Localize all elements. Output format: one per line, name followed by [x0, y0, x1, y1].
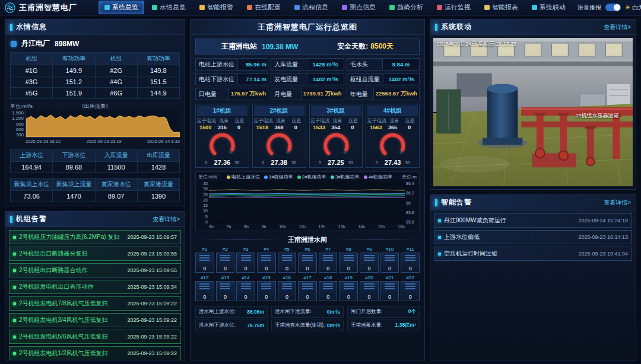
stat-cell: 电站上游水位 85.96 m	[195, 58, 268, 71]
unit-alarm-row[interactable]: 2号机组发电机3/4风机气压低复归 2025-09-23 15:09:22	[9, 313, 181, 327]
spill-gate[interactable]: #14 0	[236, 275, 255, 301]
table-cell: 164.94	[11, 162, 53, 173]
nav-item[interactable]: 流程信息	[288, 1, 334, 14]
unit-alarm-row[interactable]: 2号机组出口断路器分复归 2025-09-23 15:09:55	[9, 247, 181, 261]
alarm-bullet-icon	[13, 286, 16, 289]
legend-item[interactable]: 2#机组功率	[297, 174, 326, 180]
y-tick: 5	[205, 215, 208, 219]
stat-label: 电站下游水位	[196, 75, 237, 84]
unit-metric-labels: 定子电流 流量 压差	[367, 116, 418, 124]
main-nav: 系统总览 水情总览 智能报警 在线配置 流程信息	[99, 1, 572, 14]
spill-gate[interactable]: #3 0	[236, 247, 255, 273]
gate-box: 0	[360, 253, 379, 273]
spill-gate[interactable]: #9 0	[360, 247, 379, 273]
spill-gate[interactable]: #6 0	[298, 247, 317, 273]
power-line-plot	[209, 181, 405, 224]
spill-gate[interactable]: #8 0	[339, 247, 358, 273]
plant-icon	[11, 41, 17, 47]
unit-card[interactable]: 4#机组 定子电流 流量 压差 1563 365 0	[366, 104, 420, 168]
system-linkage-more-link[interactable]: 查看详情>	[604, 23, 631, 31]
spill-gate[interactable]: #7 0	[319, 247, 338, 273]
spill-gate[interactable]: #4 0	[257, 247, 276, 273]
spill-gate[interactable]: #15 0	[257, 275, 276, 301]
spill-gate[interactable]: #1 0	[195, 247, 214, 273]
alarm-bullet-icon	[13, 336, 16, 339]
nav-item[interactable]: 系统联动	[526, 1, 572, 14]
unit-alarm-row[interactable]: 2号机组发电机5/6风机气压低复归 2025-09-23 15:09:22	[9, 330, 181, 344]
legend-item[interactable]: 4#机组功率	[364, 174, 393, 180]
nav-item[interactable]: 智能报表	[478, 1, 524, 14]
spill-gate[interactable]: #19 0	[339, 275, 358, 301]
gate-id: #14	[242, 275, 249, 280]
smart-alert-row[interactable]: 空压机运行时间过短 2025-09-23 10:41:04	[434, 247, 632, 261]
header-notch	[435, 24, 437, 31]
flow-value: 368	[271, 124, 287, 131]
camera-view[interactable]: 2025年09月24日 星期三 16:13:25 1#机组水压器油箱	[433, 37, 633, 187]
nav-item[interactable]: 测点信息	[336, 1, 382, 14]
pressure-diff-value: 0	[231, 124, 247, 131]
y-tick: 1,500	[12, 110, 24, 116]
unit-alarm-row[interactable]: 2号机组发电机1/2风机气压低复归 2025-09-23 15:09:22	[9, 346, 181, 360]
smart-alerts-more-link[interactable]: 查看详情>	[604, 199, 631, 207]
spill-gate[interactable]: #18 0	[319, 275, 338, 301]
flow-value: 365	[385, 124, 401, 131]
unit-card[interactable]: 1#机组 定子电流 流量 压差 1500 315 0	[195, 104, 249, 168]
spill-gate[interactable]: #11 0	[401, 247, 420, 273]
stat-value: 1739.01 万kwh	[301, 88, 344, 100]
stator-current-label: 定子电流	[311, 116, 330, 124]
spill-gate[interactable]: #13 0	[216, 275, 235, 301]
spill-gate[interactable]: #21 0	[380, 275, 399, 301]
nav-item[interactable]: 趋势分析	[383, 1, 429, 14]
spill-gate[interactable]: #16 0	[278, 275, 297, 301]
table-cell: #6G	[95, 88, 137, 99]
gate-opening-value: 0	[326, 266, 329, 272]
nav-item[interactable]: 水情总览	[146, 1, 192, 14]
alarm-time: 2025-09-23 15:09:22	[127, 350, 177, 356]
gate-icon	[199, 255, 210, 261]
legend-item[interactable]: 电站上游水位	[227, 174, 260, 180]
nav-item[interactable]: 智能报警	[193, 1, 239, 14]
spill-gate[interactable]: #10 0	[380, 247, 399, 273]
spill-stat: 王甫洲弃水流量(集团): 0m³/s	[271, 320, 344, 331]
unit-alarm-row[interactable]: 2号机组发电机7/8风机气压低复归 2025-09-23 15:09:22	[9, 296, 181, 311]
smart-alert-row[interactable]: 丹江900MW减负荷运行 2025-09-24 15:24:18	[434, 213, 632, 228]
spill-gate[interactable]: #20 0	[360, 275, 379, 301]
spill-gate[interactable]: #2 0	[216, 247, 235, 273]
smart-alert-row[interactable]: 上游水位偏低 2025-09-23 16:14:13	[434, 230, 632, 244]
gate-icon	[344, 283, 354, 289]
voice-toggle[interactable]	[605, 4, 621, 11]
unit-card[interactable]: 2#机组 定子电流 流量 压差 1518 368 0	[252, 104, 306, 168]
unit-alarm-row[interactable]: 2号机组压力油罐压力高(6.2MPa) 复归 2025-09-23 15:09:…	[9, 230, 181, 244]
unit-metric-values: 1518 368 0	[254, 124, 304, 131]
nav-item[interactable]: 系统总览	[99, 1, 144, 14]
gate-box: 0	[278, 253, 297, 273]
gate-icon	[344, 255, 354, 261]
spill-gate[interactable]: #22 0	[401, 275, 420, 301]
table-row: #1G 149.9 #2G 149.8	[11, 65, 180, 76]
gate-icon	[282, 283, 292, 289]
spill-stat: 泄水闸下泄流量: 0m³/s	[271, 306, 344, 318]
table-cell: 151.9	[53, 88, 95, 99]
legend-item[interactable]: 3#机组功率	[331, 174, 360, 180]
nav-item[interactable]: 运行监视	[431, 1, 477, 14]
unit-alarm-row[interactable]: 2号机组发电机出口有压动作 2025-09-23 15:09:34	[9, 280, 181, 294]
nav-item[interactable]: 在线配置	[241, 1, 287, 14]
alarm-bullet-icon	[13, 319, 16, 322]
legend-item[interactable]: 1#机组功率	[264, 174, 293, 180]
unit-alarm-row[interactable]: 2号机组出口断路器合动作 2025-09-23 15:09:55	[9, 263, 181, 277]
unit-card[interactable]: 3#机组 定子电流 流量 压差 1533 354 0	[309, 104, 363, 168]
spill-gate[interactable]: #17 0	[298, 275, 317, 301]
day-mode-button[interactable]: ☀ 白天	[625, 4, 641, 12]
spill-stat-value: 76.75m	[247, 323, 264, 328]
alarm-text: 2号机组发电机出口有压动作	[19, 283, 124, 291]
unit-metric-labels: 定子电流 流量 压差	[311, 116, 361, 124]
nav-item-label: 运行监视	[445, 3, 471, 12]
gate-opening-value: 0	[265, 294, 268, 300]
gate-box: 0	[319, 253, 338, 273]
gauge-value: 27.43	[367, 159, 418, 166]
spill-gate[interactable]: #12 0	[195, 275, 214, 301]
stat-value: 1428 m³/s	[307, 59, 344, 69]
spill-gate[interactable]: #5 0	[278, 247, 297, 273]
pressure-diff-label: 压差	[231, 116, 247, 124]
unit-alarms-more-link[interactable]: 查看详情>	[153, 215, 180, 223]
